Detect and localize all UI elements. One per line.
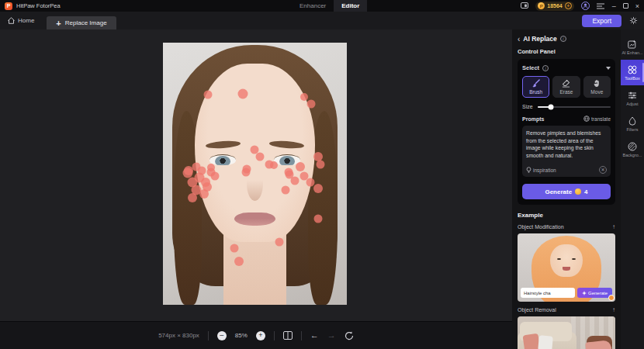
toolbar-right: Export bbox=[582, 15, 644, 27]
canvas-area[interactable] bbox=[0, 29, 512, 321]
app-logo: P bbox=[5, 2, 12, 10]
size-slider-handle[interactable] bbox=[548, 104, 553, 109]
object-removal-row[interactable]: Object Removal ↑ bbox=[518, 306, 615, 313]
background-icon bbox=[628, 141, 638, 151]
sidebar-item-background[interactable]: Backgro... bbox=[621, 136, 644, 162]
thumb-face bbox=[550, 244, 583, 277]
thumb-eye bbox=[557, 258, 561, 261]
divider bbox=[274, 331, 275, 340]
plus-icon: + bbox=[56, 19, 61, 27]
eraser-icon bbox=[562, 79, 570, 88]
object-removal-label: Object Removal bbox=[518, 307, 556, 313]
export-button[interactable]: Export bbox=[582, 15, 621, 27]
toolbar: Home + Replace Image Export bbox=[0, 12, 644, 29]
zoom-level: 85% bbox=[235, 332, 248, 339]
control-panel-card: Select i Brush Erase Move Si bbox=[518, 59, 615, 205]
titlebar: P HitPaw FotorPea Enhancer Editor P 1856… bbox=[0, 0, 644, 12]
titlebar-controls: P 18564 + – × bbox=[520, 0, 639, 12]
collapse-arrow-icon[interactable]: ↑ bbox=[612, 223, 615, 230]
prompts-row: Prompts translate bbox=[522, 116, 611, 122]
ai-enhance-icon bbox=[628, 39, 638, 49]
display-icon[interactable] bbox=[520, 2, 528, 10]
app-window: P HitPaw FotorPea Enhancer Editor P 1856… bbox=[0, 0, 644, 349]
credits-badge[interactable]: P 18564 + bbox=[535, 2, 573, 11]
reset-icon[interactable] bbox=[345, 331, 354, 340]
compare-view-icon[interactable] bbox=[283, 331, 293, 340]
divider bbox=[301, 331, 302, 340]
brush-label: Brush bbox=[529, 89, 542, 95]
mask-dots-layer bbox=[163, 43, 347, 305]
cursor-dot bbox=[608, 295, 615, 301]
minimize-button[interactable]: – bbox=[612, 2, 616, 10]
mode-tabs: Enhancer Editor bbox=[292, 0, 367, 12]
adjust-sliders-icon bbox=[628, 90, 638, 100]
panel-header: ‹ AI Replace i bbox=[518, 35, 615, 43]
select-dropdown[interactable]: Select i bbox=[522, 64, 611, 71]
generate-label: Generate bbox=[545, 188, 572, 195]
translate-toggle[interactable]: translate bbox=[583, 116, 611, 122]
generate-cost: 4 bbox=[584, 188, 587, 195]
prompts-label: Prompts bbox=[522, 116, 544, 122]
home-button[interactable]: Home bbox=[0, 12, 42, 29]
undo-button[interactable]: ← bbox=[310, 331, 319, 340]
image-dimensions: 574px × 830px bbox=[158, 332, 199, 339]
info-icon[interactable]: i bbox=[560, 36, 566, 42]
add-credits-icon[interactable]: + bbox=[565, 2, 572, 9]
sidebar-item-ai-enhance[interactable]: AI Enhan... bbox=[621, 34, 644, 60]
redo-button[interactable]: → bbox=[327, 331, 336, 340]
sidebar-item-adjust[interactable]: Adjust bbox=[621, 85, 644, 111]
sidebar-label: AI Enhan... bbox=[621, 50, 642, 55]
translate-icon bbox=[583, 116, 590, 122]
generate-button[interactable]: Generate 4 bbox=[522, 184, 611, 199]
translate-label: translate bbox=[591, 116, 611, 122]
prompt-text: Remove pimples and blemishes from the se… bbox=[526, 130, 607, 159]
sidebar-label: ToolBox bbox=[625, 76, 640, 81]
zoom-out-button[interactable]: – bbox=[217, 331, 227, 340]
home-label: Home bbox=[18, 17, 34, 24]
back-chevron-icon[interactable]: ‹ bbox=[518, 36, 520, 43]
account-icon[interactable] bbox=[581, 2, 590, 10]
move-tool-button[interactable]: Move bbox=[583, 76, 611, 98]
tab-editor[interactable]: Editor bbox=[334, 0, 367, 12]
chevron-down-icon bbox=[606, 67, 611, 70]
info-icon[interactable]: i bbox=[542, 65, 549, 71]
divider bbox=[208, 331, 209, 340]
clear-prompt-button[interactable]: ✕ bbox=[599, 166, 607, 174]
close-button[interactable]: × bbox=[635, 2, 639, 10]
tab-enhancer[interactable]: Enhancer bbox=[292, 0, 334, 12]
thumb-pillow-pink bbox=[522, 333, 540, 349]
prompt-textarea[interactable]: Remove pimples and blemishes from the se… bbox=[522, 126, 611, 177]
size-label: Size bbox=[522, 104, 533, 109]
sidebar-item-toolbox[interactable]: ToolBox bbox=[621, 60, 644, 85]
sidebar-item-filters[interactable]: Filters bbox=[621, 111, 644, 136]
size-row: Size bbox=[522, 104, 611, 109]
zoom-in-button[interactable]: + bbox=[256, 331, 265, 340]
tools-sidebar: AI Enhan... ToolBox Adjust Filters Backg… bbox=[621, 29, 644, 349]
object-modification-thumbnail[interactable]: Hairstyle cha Generate bbox=[518, 233, 615, 302]
ai-replace-panel: ‹ AI Replace i Control Panel Select i Br… bbox=[512, 29, 621, 349]
object-removal-thumbnail[interactable] bbox=[518, 316, 615, 349]
panel-title: AI Replace bbox=[523, 35, 556, 43]
sidebar-label: Backgro... bbox=[623, 153, 642, 157]
replace-image-tab[interactable]: + Replace Image bbox=[47, 16, 116, 29]
thumb-eye bbox=[572, 258, 576, 261]
thumb-couch bbox=[518, 332, 576, 349]
maximize-button[interactable] bbox=[623, 3, 628, 9]
object-modification-label: Object Modification bbox=[518, 224, 564, 230]
filters-icon bbox=[628, 116, 638, 126]
edited-photo[interactable] bbox=[163, 43, 347, 305]
tool-buttons: Brush Erase Move bbox=[522, 76, 611, 98]
object-modification-row[interactable]: Object Modification ↑ bbox=[518, 223, 615, 230]
erase-tool-button[interactable]: Erase bbox=[552, 76, 580, 98]
size-slider[interactable] bbox=[538, 106, 611, 108]
collapse-arrow-icon[interactable]: ↑ bbox=[612, 306, 615, 313]
menu-icon[interactable] bbox=[597, 2, 605, 10]
thumb-prompt-input: Hairstyle cha bbox=[521, 288, 575, 298]
sidebar-label: Adjust bbox=[626, 102, 638, 106]
inspiration-button[interactable]: inspiration bbox=[526, 167, 556, 174]
brush-tool-button[interactable]: Brush bbox=[522, 76, 549, 98]
settings-gear-icon[interactable] bbox=[629, 16, 638, 25]
home-icon bbox=[8, 17, 15, 24]
app-title: HitPaw FotorPea bbox=[16, 2, 61, 9]
hand-icon bbox=[593, 79, 601, 88]
